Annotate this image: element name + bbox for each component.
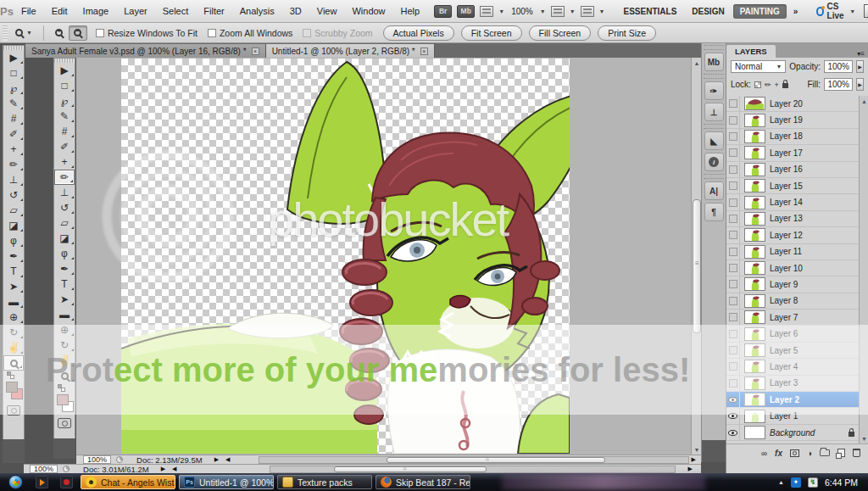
layer-thumbnail[interactable] [744, 327, 765, 341]
taskbar-button-skip-beat-187-read[interactable]: Skip Beat 187 - Read ... [376, 475, 470, 489]
visibility-eye-icon[interactable] [728, 413, 737, 419]
print-size-button[interactable]: Print Size [598, 25, 656, 41]
healing-brush-tool[interactable]: + [54, 154, 75, 170]
clipboard-tray-icon[interactable]: ↯ [808, 477, 818, 488]
dock-grip[interactable] [704, 174, 724, 179]
color-swatches[interactable] [54, 393, 75, 416]
visibility-eye-icon[interactable] [728, 397, 737, 403]
quick-mask-button[interactable] [58, 418, 71, 428]
layer-row-layer-7[interactable]: Layer 7 [726, 310, 860, 326]
layer-name[interactable]: Layer 11 [770, 247, 860, 256]
layer-row-layer-6[interactable]: Layer 6 [726, 326, 860, 342]
hand-tool[interactable]: ✌ [54, 353, 75, 368]
layer-thumbnail[interactable] [744, 410, 765, 423]
view-extras-dropdown-arrow[interactable]: ▼ [498, 8, 504, 14]
opacity-slider-arrow[interactable]: ▶ [856, 60, 864, 73]
clone-stamp-tool[interactable]: ⊥ [54, 185, 75, 200]
fill-screen-button[interactable]: Fill Screen [529, 25, 592, 41]
info-panel-icon[interactable]: i [704, 153, 724, 171]
arrange-documents-icon[interactable] [551, 6, 565, 17]
layer-row-layer-15[interactable]: Layer 15 [726, 178, 860, 194]
eraser-tool[interactable]: ▱ [3, 203, 24, 218]
pen-tool[interactable]: ✒ [54, 261, 75, 276]
layer-name[interactable]: Layer 5 [770, 346, 860, 355]
default-swatches-icon[interactable] [54, 383, 75, 393]
layer-row-layer-13[interactable]: Layer 13 [726, 211, 860, 227]
layer-thumbnail[interactable] [744, 228, 765, 242]
menu-analysis[interactable]: Analysis [232, 0, 282, 23]
hscroll-left-arrow[interactable]: ◀ [172, 466, 176, 472]
workspace-painting[interactable]: PAINTING [733, 4, 787, 19]
add-mask-icon[interactable] [790, 449, 799, 457]
menu-file[interactable]: File [14, 0, 44, 23]
hscroll-left-arrow[interactable]: ◀ [225, 456, 230, 463]
zoom-out-button[interactable]: − [69, 25, 87, 41]
layer-row-layer-5[interactable]: Layer 5 [726, 343, 860, 359]
visibility-toggle[interactable] [729, 346, 737, 354]
layer-name[interactable]: Layer 4 [770, 362, 860, 371]
layer-name[interactable]: Layer 6 [770, 329, 860, 338]
visibility-toggle[interactable] [729, 181, 737, 190]
lock-all-icon[interactable] [782, 83, 788, 88]
layer-thumbnail[interactable] [744, 377, 765, 390]
tray-overflow-arrow[interactable]: ▲ [778, 479, 784, 485]
cs-live-button[interactable]: CS Live▼ [816, 2, 855, 20]
layer-name[interactable]: Layer 15 [770, 181, 860, 191]
layer-row-layer-10[interactable]: Layer 10 [726, 260, 860, 276]
visibility-toggle[interactable] [729, 231, 737, 239]
move-tool[interactable]: ▶ [3, 50, 24, 65]
scrollbar-thumb[interactable] [334, 466, 487, 472]
horizontal-scrollbar[interactable] [259, 456, 689, 464]
layer-row-layer-4[interactable]: Layer 4 [726, 359, 860, 375]
status-options-arrow[interactable]: ▶ [161, 466, 165, 472]
brush-tool[interactable]: ✏ [54, 170, 75, 185]
visibility-toggle[interactable] [729, 248, 737, 256]
fill-value[interactable]: 100% [824, 78, 853, 91]
rectangular-marquee-tool[interactable]: □ [54, 78, 75, 93]
zoom-tool[interactable] [54, 368, 75, 383]
quick-mask-button[interactable] [7, 405, 20, 416]
clone-stamp-tool[interactable]: ⊥ [3, 172, 24, 187]
clone-source-panel-icon[interactable]: ⊥ [704, 103, 724, 121]
menu-3d[interactable]: 3D [282, 0, 309, 23]
minimize-button[interactable] [864, 4, 868, 18]
delete-layer-icon[interactable] [853, 449, 860, 457]
panel-menu-icon[interactable]: ▾≡ [857, 50, 865, 58]
arrange-documents-dropdown-arrow[interactable]: ▼ [570, 8, 576, 14]
new-layer-icon[interactable] [837, 449, 845, 457]
workspace-design[interactable]: DESIGN [685, 4, 731, 19]
view-extras-icon[interactable] [480, 6, 493, 17]
menu-edit[interactable]: Edit [44, 0, 75, 23]
layer-thumbnail[interactable] [744, 343, 765, 357]
layer-row-layer-3[interactable]: Layer 3 [726, 376, 860, 392]
document-tab-sanya[interactable]: Sanya Adult Female v3.psd @ 100% (Layer … [25, 44, 266, 58]
taskbar-button-texture-packs[interactable]: Texture packs [277, 475, 372, 489]
visibility-toggle[interactable] [729, 264, 737, 272]
hand-tool[interactable]: ✌ [3, 340, 24, 355]
layer-name[interactable]: Layer 8 [770, 296, 860, 305]
layer-name[interactable]: Layer 7 [770, 313, 860, 322]
quick-selection-tool[interactable]: ✎ [54, 109, 75, 124]
layer-thumbnail[interactable] [744, 277, 765, 291]
layer-row-layer-20[interactable]: Layer 20 [726, 96, 860, 112]
3d-rotate-tool[interactable]: ⊕ [54, 322, 75, 338]
menu-window[interactable]: Window [344, 0, 392, 23]
checkbox-zoom-all-windows[interactable]: Zoom All Windows [208, 28, 292, 38]
layer-name[interactable]: Layer 9 [770, 280, 860, 289]
crop-tool[interactable]: # [54, 124, 75, 139]
rectangle-tool[interactable]: ▬ [3, 294, 24, 310]
layer-row-layer-18[interactable]: Layer 18 [726, 129, 860, 145]
taskbar-clock[interactable]: 6:44 PM [825, 477, 858, 488]
layer-name[interactable]: Layer 16 [770, 165, 860, 174]
visibility-toggle[interactable] [729, 313, 737, 321]
layer-thumbnail[interactable] [744, 97, 765, 110]
rectangular-marquee-tool[interactable]: □ [3, 65, 24, 81]
paint-bucket-tool[interactable]: ◪ [54, 231, 75, 246]
lock-pixels-icon[interactable]: ✏ [765, 81, 771, 89]
zoom-percent-field[interactable]: 100% [83, 455, 111, 464]
canvas[interactable] [121, 59, 570, 454]
zoom-dropdown-arrow[interactable]: ▼ [540, 8, 546, 14]
crop-tool[interactable]: # [3, 111, 24, 126]
layer-row-layer-16[interactable]: Layer 16 [726, 162, 860, 178]
layer-row-layer-17[interactable]: Layer 17 [726, 145, 860, 161]
